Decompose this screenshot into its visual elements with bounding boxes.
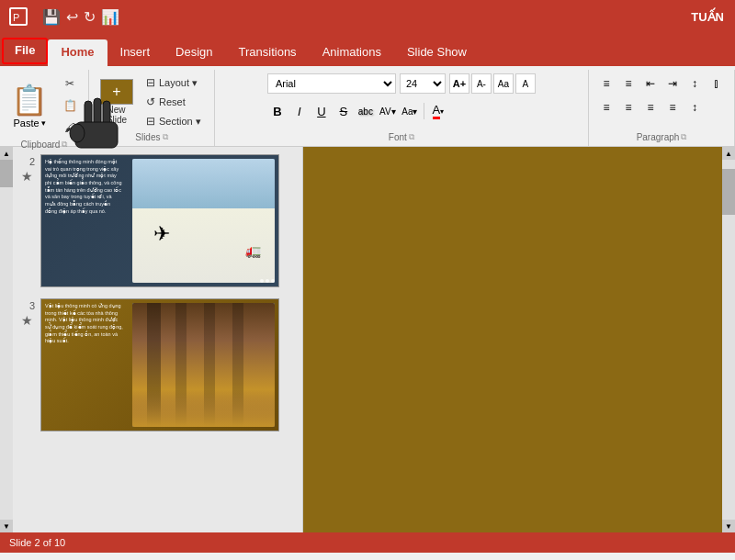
char-spacing-button[interactable]: AV▾	[378, 101, 398, 121]
slides-panel[interactable]: 2 ★ Hệ thống thông minh đóng một vai trò…	[13, 147, 303, 532]
font-color-button[interactable]: A ▾	[428, 101, 448, 121]
title-bar: P 💾 ↩ ↻ 📊 TUẤN	[0, 0, 735, 33]
slide-2-dots	[260, 279, 275, 283]
justify-button[interactable]: ≡	[662, 97, 683, 118]
bold-button[interactable]: B	[267, 101, 288, 121]
quick-access-toolbar: 💾 ↩ ↻ 📊	[42, 8, 119, 26]
font-expand-icon[interactable]: ⧉	[409, 132, 414, 142]
paragraph-group-content: ≡ ≡ ⇤ ⇥ ↕ ⫿ ≡ ≡ ≡ ≡ ↕	[596, 73, 727, 130]
format-painter-button[interactable]: 🖌	[57, 118, 83, 138]
app-icon: P	[9, 7, 28, 26]
paste-icon: 📋	[11, 83, 48, 118]
slide-2-image: ✈ 🚛	[132, 159, 275, 283]
cut-button[interactable]: ✂	[57, 73, 83, 94]
presentation-button[interactable]: 📊	[101, 8, 119, 26]
font-group: Arial 24 A+ A- Aa A B I U S abc AV▾	[215, 70, 589, 146]
scroll-thumb[interactable]	[0, 160, 13, 187]
v-scroll-thumb[interactable]	[722, 169, 735, 215]
slide-3-text: Vật liệu thông minh có ứng dụng trong th…	[45, 303, 123, 345]
slide-thumb-2[interactable]: 2 ★ Hệ thống thông minh đóng một vai trò…	[17, 151, 299, 291]
clipboard-group: 📋 Paste ▾ ✂ 📋 🖌 Clipboard ⧉	[0, 70, 89, 146]
undo-button[interactable]: ↩	[66, 8, 78, 26]
tab-home[interactable]: Home	[48, 39, 107, 66]
slide-preview-3[interactable]: Vật liệu thông minh có ứng dụng trong th…	[40, 298, 279, 431]
slide-3-image	[132, 303, 275, 427]
paste-dropdown-arrow[interactable]: ▾	[41, 118, 46, 128]
slide-thumb-3[interactable]: 3 ★ Vật liệu thông minh có ứng dụng tron…	[17, 295, 299, 435]
v-scroll-track	[722, 160, 735, 520]
tab-insert[interactable]: Insert	[107, 39, 164, 66]
clipboard-group-label: Clipboard ⧉	[6, 138, 83, 153]
line-spacing-button[interactable]: ↕	[684, 97, 705, 118]
paste-button[interactable]: 📋 Paste ▾	[6, 79, 53, 132]
floor-glow	[132, 390, 275, 428]
tab-animations[interactable]: Animations	[310, 39, 394, 66]
tab-design[interactable]: Design	[163, 39, 225, 66]
svg-text:P: P	[13, 12, 19, 23]
slide-options: ⊟ Layout ▾ ↺ Reset ⊟ Section ▾	[141, 74, 207, 129]
font-format-row: B I U S abc AV▾ Aa▾ A ▾	[267, 101, 448, 121]
font-name-select[interactable]: Arial	[267, 73, 396, 94]
reset-button[interactable]: ↺ Reset	[141, 94, 207, 110]
redo-button[interactable]: ↻	[84, 8, 96, 26]
columns-button[interactable]: ⫿	[707, 73, 727, 94]
save-button[interactable]: 💾	[42, 8, 61, 26]
tab-transitions[interactable]: Transitions	[226, 39, 310, 66]
underline-button[interactable]: U	[311, 101, 332, 121]
increase-font-size[interactable]: A+	[449, 73, 469, 94]
main-slide-view	[303, 147, 722, 532]
decrease-font-size[interactable]: A-	[471, 73, 492, 94]
bullet-list-button[interactable]: ≡	[596, 73, 616, 94]
section-button[interactable]: ⊟ Section ▾	[141, 113, 207, 129]
slide-number-2: 2	[20, 154, 35, 167]
para-expand-icon[interactable]: ⧉	[681, 132, 686, 142]
status-bar: Slide 2 of 10	[0, 532, 735, 553]
number-list-button[interactable]: ≡	[618, 73, 639, 94]
font-group-label: Font ⧉	[222, 130, 581, 146]
copy-button[interactable]: 📋	[57, 95, 83, 116]
text-direction-button[interactable]: ↕	[684, 73, 705, 94]
ribbon-tabs: File Home Insert Design Transitions Anim…	[0, 33, 735, 66]
clear-formatting[interactable]: Aa	[493, 73, 514, 94]
airplane-icon: ✈	[153, 222, 170, 246]
clipboard-expand-icon[interactable]: ⧉	[62, 140, 67, 150]
v-scroll-down-button[interactable]: ▼	[722, 520, 735, 532]
tab-file[interactable]: File	[2, 38, 48, 64]
slide-star-2: ★	[21, 169, 34, 184]
italic-button[interactable]: I	[289, 101, 310, 121]
separator	[424, 103, 424, 119]
slides-expand-icon[interactable]: ⧉	[163, 132, 168, 142]
title-bar-left: P 💾 ↩ ↻ 📊	[9, 7, 726, 26]
increase-indent-button[interactable]: ⇥	[662, 73, 683, 94]
clipboard-group-content: 📋 Paste ▾ ✂ 📋 🖌	[6, 73, 83, 138]
scroll-down-button[interactable]: ▼	[0, 520, 13, 532]
slides-group-content: + New Slide ⊟ Layout ▾ ↺ Reset	[96, 73, 207, 130]
vertical-scrollbar: ▲ ▼	[722, 147, 735, 532]
dot-3	[271, 279, 275, 283]
slides-group-label: Slides ⧉	[96, 130, 207, 146]
font-size-buttons: A+ A- Aa A	[449, 73, 536, 94]
strikethrough-button[interactable]: S	[334, 101, 354, 121]
scroll-left-area: ▲ ▼	[0, 147, 13, 532]
slide-preview-2[interactable]: Hệ thống thông minh đóng một vai trò qua…	[40, 154, 279, 287]
change-case-button[interactable]: Aa▾	[400, 101, 420, 121]
new-slide-area: + New Slide ⊟ Layout ▾ ↺ Reset	[96, 74, 207, 129]
layout-button[interactable]: ⊟ Layout ▾	[141, 74, 207, 91]
font-clear[interactable]: A	[515, 73, 536, 94]
font-size-select[interactable]: 24	[400, 73, 446, 94]
decrease-indent-button[interactable]: ⇤	[640, 73, 661, 94]
new-slide-label: New	[107, 105, 126, 115]
ribbon-content: 📋 Paste ▾ ✂ 📋 🖌 Clipboard ⧉ +	[0, 66, 735, 147]
paste-label: Paste	[13, 118, 39, 129]
paragraph-group: ≡ ≡ ⇤ ⇥ ↕ ⫿ ≡ ≡ ≡ ≡ ↕ Paragraph ⧉	[589, 70, 735, 146]
align-center-button[interactable]: ≡	[618, 97, 639, 118]
v-scroll-up-button[interactable]: ▲	[722, 147, 735, 160]
align-right-button[interactable]: ≡	[640, 97, 661, 118]
tab-slideshow[interactable]: Slide Show	[394, 39, 480, 66]
align-left-button[interactable]: ≡	[596, 97, 616, 118]
shadow-button[interactable]: abc	[356, 101, 376, 121]
dot-1	[260, 279, 264, 283]
font-color-arrow[interactable]: ▾	[440, 107, 444, 116]
font-group-content: Arial 24 A+ A- Aa A B I U S abc AV▾	[267, 73, 536, 130]
new-slide-button[interactable]: + New Slide	[96, 77, 137, 127]
